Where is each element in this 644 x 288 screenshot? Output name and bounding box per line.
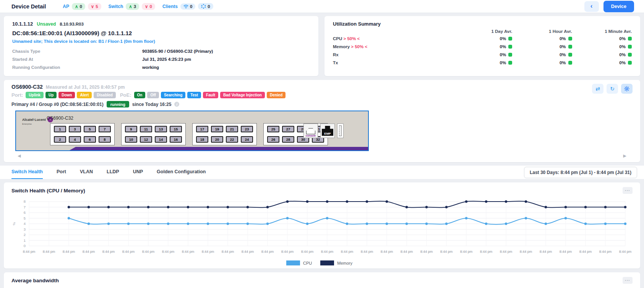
- port[interactable]: 7: [99, 126, 111, 132]
- chassis-graphic: Alcatel·Lucent ~ Enterprise OS6900-C32 1…: [15, 111, 369, 151]
- port[interactable]: 14: [155, 136, 167, 143]
- chart-menu-button[interactable]: ···: [623, 277, 633, 284]
- status-ok-icon: [628, 45, 632, 49]
- svg-text:8:44 pm: 8:44 pm: [162, 250, 175, 254]
- info-icon[interactable]: i: [174, 102, 179, 107]
- port[interactable]: 2: [54, 136, 66, 143]
- port[interactable]: 17: [196, 126, 208, 132]
- utilization-row-label: Memory > 50% <: [333, 42, 453, 50]
- ap-down-badge[interactable]: ∨ 5: [88, 3, 101, 10]
- port[interactable]: 19: [211, 126, 223, 132]
- chassis-model-label: OS6900-C32: [47, 116, 73, 121]
- port[interactable]: 12: [140, 136, 152, 143]
- port[interactable]: 24: [241, 136, 253, 143]
- port[interactable]: 27: [282, 126, 294, 132]
- port[interactable]: 26: [267, 136, 279, 143]
- device-field-row: Running Configuration working: [12, 63, 310, 71]
- port[interactable]: 16: [170, 136, 182, 143]
- tab-lldp[interactable]: LLDP: [107, 169, 119, 179]
- port[interactable]: 21: [226, 126, 238, 132]
- tab-switch-health[interactable]: Switch Health: [11, 169, 43, 179]
- port[interactable]: 6: [84, 136, 96, 143]
- clients-cluster-badge[interactable]: 0: [198, 3, 213, 10]
- port[interactable]: 23: [241, 126, 253, 132]
- port-group: 17192123 18202224: [192, 123, 257, 145]
- switch-up-badge[interactable]: ∧ 3: [126, 3, 139, 10]
- utilization-table: 1 Day Avr.1 Hour Avr.1 Minute Avr.CPU > …: [333, 27, 632, 67]
- utilization-row-label: Rx: [333, 50, 453, 59]
- legend-badge: Alert: [77, 92, 92, 98]
- field-label: Started At: [12, 57, 142, 62]
- port[interactable]: 28: [282, 136, 294, 143]
- chart-title: Switch Health (CPU / Memory): [11, 188, 85, 194]
- running-status-badge: running: [107, 101, 129, 107]
- status-ok-icon: [628, 61, 632, 65]
- legend-label-cpu[interactable]: CPU: [303, 261, 312, 265]
- tab-vlan[interactable]: VLAN: [80, 169, 93, 179]
- arrow-up-icon: ∧: [75, 4, 78, 9]
- status-ok-icon: [568, 61, 572, 65]
- utilization-value: 0%: [453, 50, 512, 59]
- scroll-left-icon[interactable]: ◀: [18, 153, 21, 158]
- utilization-row-label: CPU > 50% <: [333, 34, 453, 42]
- chart-menu-button[interactable]: ···: [623, 187, 633, 194]
- tab-golden-configuration[interactable]: Golden Configuration: [157, 169, 206, 179]
- legend-badge: Fault: [203, 92, 218, 98]
- port[interactable]: 1: [54, 126, 66, 132]
- port[interactable]: 8: [99, 136, 111, 143]
- port[interactable]: 20: [211, 136, 223, 143]
- switch-down-badge[interactable]: ∨ 0: [142, 3, 155, 10]
- port[interactable]: 3: [69, 126, 81, 132]
- save-status-badge: Unsaved: [37, 21, 56, 27]
- legend-badge: Uplink: [26, 92, 44, 98]
- tab-unp[interactable]: UNP: [133, 169, 143, 179]
- port[interactable]: 13: [155, 126, 167, 132]
- legend-label-memory[interactable]: Memory: [337, 261, 352, 265]
- chassis-accent-bar: [70, 147, 368, 150]
- svg-text:8:44 pm: 8:44 pm: [619, 250, 632, 254]
- console-port[interactable]: console: [303, 124, 318, 138]
- legend-badge: On: [134, 92, 146, 98]
- field-label: Running Configuration: [12, 65, 142, 70]
- swap-view-button[interactable]: ⇄: [592, 84, 603, 94]
- svg-text:8:44 pm: 8:44 pm: [579, 250, 592, 254]
- scroll-right-icon[interactable]: ▶: [623, 153, 626, 158]
- emp-port[interactable]: EMP: [320, 124, 335, 138]
- port[interactable]: 25: [267, 126, 279, 132]
- measured-at: Measured at Jul 31, 2025 8:40:57 pm: [46, 85, 125, 90]
- port[interactable]: 18: [196, 136, 208, 143]
- health-chart-card: Switch Health (CPU / Memory) ··· 0123456…: [4, 182, 640, 268]
- legend-swatch-memory[interactable]: [320, 260, 334, 265]
- port[interactable]: 9: [125, 126, 137, 132]
- port[interactable]: 15: [170, 126, 182, 132]
- poe-legend-label: PoE:: [120, 92, 131, 98]
- utilization-value: 0%: [572, 59, 632, 67]
- ap-up-badge[interactable]: ∧ 0: [72, 3, 85, 10]
- legend-swatch-cpu[interactable]: [286, 260, 300, 265]
- status-ok-icon: [628, 37, 632, 41]
- port[interactable]: 4: [69, 136, 81, 143]
- usb-port[interactable]: [337, 124, 344, 138]
- back-button[interactable]: ‹: [584, 1, 599, 12]
- svg-text:3: 3: [24, 227, 26, 231]
- svg-text:5: 5: [24, 216, 26, 220]
- device-fields: Chassis Type 903855-90 / OS6900-C32 (Pri…: [12, 47, 310, 71]
- date-range-picker[interactable]: Last 30 Days: 8:44 pm (Jul 1) - 8:44 pm …: [524, 167, 637, 178]
- port[interactable]: 22: [226, 136, 238, 143]
- switch-label: Switch: [109, 4, 123, 9]
- svg-text:8:44 pm: 8:44 pm: [222, 250, 234, 254]
- refresh-button[interactable]: ↻: [607, 84, 618, 94]
- status-ok-icon: [628, 53, 632, 57]
- port[interactable]: 10: [125, 136, 137, 143]
- svg-text:8:44 pm: 8:44 pm: [102, 250, 115, 254]
- device-location-link[interactable]: Unnamed site; This device is located on:…: [12, 39, 310, 44]
- port[interactable]: 11: [140, 126, 152, 132]
- device-title: DC:08:56:1E:00:01 (AI13000099) @ 10.1.1.…: [12, 30, 310, 36]
- threshold-text: > 50% <: [351, 44, 367, 49]
- settings-button[interactable]: [621, 84, 633, 94]
- device-button[interactable]: Device: [603, 1, 634, 12]
- device-field-row: Chassis Type 903855-90 / OS6900-C32 (Pri…: [12, 47, 310, 55]
- port[interactable]: 5: [84, 126, 96, 132]
- clients-wifi-badge[interactable]: 0: [180, 3, 195, 10]
- tab-port[interactable]: Port: [57, 169, 66, 179]
